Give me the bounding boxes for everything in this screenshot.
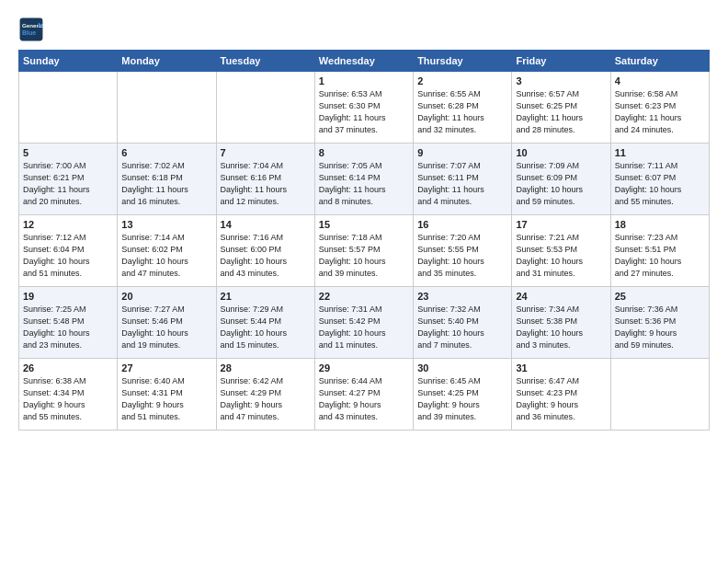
header: General Blue (18, 17, 710, 42)
day-header-sunday: Sunday (19, 51, 118, 72)
logo-icon: General Blue (18, 17, 44, 42)
cell-content: Sunrise: 7:25 AM Sunset: 5:48 PM Dayligh… (23, 304, 113, 351)
day-number: 22 (319, 291, 409, 302)
day-header-friday: Friday (512, 51, 610, 72)
week-row-0: 1Sunrise: 6:53 AM Sunset: 6:30 PM Daylig… (19, 72, 710, 144)
day-number: 7 (221, 147, 311, 158)
day-number: 26 (23, 362, 113, 373)
day-number: 20 (121, 291, 211, 302)
day-number: 2 (417, 75, 507, 86)
calendar-cell: 20Sunrise: 7:27 AM Sunset: 5:46 PM Dayli… (118, 287, 216, 359)
cell-content: Sunrise: 7:31 AM Sunset: 5:42 PM Dayligh… (319, 304, 409, 351)
calendar-cell (118, 72, 216, 144)
calendar-cell: 13Sunrise: 7:14 AM Sunset: 6:02 PM Dayli… (118, 215, 216, 287)
calendar-cell: 5Sunrise: 7:00 AM Sunset: 6:21 PM Daylig… (19, 144, 118, 215)
day-number: 16 (417, 219, 507, 230)
cell-content: Sunrise: 7:18 AM Sunset: 5:57 PM Dayligh… (319, 232, 409, 280)
day-number: 19 (23, 291, 113, 302)
day-header-wednesday: Wednesday (314, 51, 413, 72)
cell-content: Sunrise: 6:55 AM Sunset: 6:28 PM Dayligh… (417, 88, 507, 136)
logo: General Blue (18, 17, 48, 42)
day-number: 1 (319, 75, 409, 86)
cell-content: Sunrise: 7:21 AM Sunset: 5:53 PM Dayligh… (516, 232, 606, 280)
day-number: 21 (221, 291, 311, 302)
calendar-cell (216, 72, 314, 144)
day-number: 29 (319, 362, 409, 373)
day-number: 28 (221, 362, 311, 373)
week-row-3: 19Sunrise: 7:25 AM Sunset: 5:48 PM Dayli… (19, 287, 710, 359)
calendar-cell: 28Sunrise: 6:42 AM Sunset: 4:29 PM Dayli… (216, 359, 314, 431)
cell-content: Sunrise: 7:07 AM Sunset: 6:11 PM Dayligh… (417, 160, 507, 208)
cell-content: Sunrise: 6:53 AM Sunset: 6:30 PM Dayligh… (319, 88, 409, 136)
cell-content: Sunrise: 7:27 AM Sunset: 5:46 PM Dayligh… (121, 304, 211, 351)
calendar-cell: 24Sunrise: 7:34 AM Sunset: 5:38 PM Dayli… (512, 287, 610, 359)
calendar-cell: 17Sunrise: 7:21 AM Sunset: 5:53 PM Dayli… (512, 215, 610, 287)
calendar-cell: 21Sunrise: 7:29 AM Sunset: 5:44 PM Dayli… (216, 287, 314, 359)
svg-text:Blue: Blue (22, 29, 36, 36)
cell-content: Sunrise: 7:12 AM Sunset: 6:04 PM Dayligh… (23, 232, 113, 280)
day-number: 18 (615, 219, 705, 230)
cell-content: Sunrise: 6:45 AM Sunset: 4:25 PM Dayligh… (417, 375, 507, 423)
calendar-cell (610, 359, 709, 431)
calendar-cell: 25Sunrise: 7:36 AM Sunset: 5:36 PM Dayli… (610, 287, 709, 359)
calendar-cell: 10Sunrise: 7:09 AM Sunset: 6:09 PM Dayli… (512, 144, 610, 215)
cell-content: Sunrise: 7:04 AM Sunset: 6:16 PM Dayligh… (221, 160, 311, 208)
day-header-thursday: Thursday (414, 51, 512, 72)
day-header-saturday: Saturday (610, 51, 709, 72)
calendar-cell: 19Sunrise: 7:25 AM Sunset: 5:48 PM Dayli… (19, 287, 118, 359)
calendar-cell: 9Sunrise: 7:07 AM Sunset: 6:11 PM Daylig… (414, 144, 512, 215)
calendar-cell: 2Sunrise: 6:55 AM Sunset: 6:28 PM Daylig… (414, 72, 512, 144)
calendar-cell: 11Sunrise: 7:11 AM Sunset: 6:07 PM Dayli… (610, 144, 709, 215)
cell-content: Sunrise: 6:40 AM Sunset: 4:31 PM Dayligh… (121, 375, 211, 423)
calendar-cell: 12Sunrise: 7:12 AM Sunset: 6:04 PM Dayli… (19, 215, 118, 287)
calendar-cell: 18Sunrise: 7:23 AM Sunset: 5:51 PM Dayli… (610, 215, 709, 287)
day-number: 17 (516, 219, 606, 230)
week-row-4: 26Sunrise: 6:38 AM Sunset: 4:34 PM Dayli… (19, 359, 710, 431)
cell-content: Sunrise: 7:00 AM Sunset: 6:21 PM Dayligh… (23, 160, 113, 208)
calendar-cell: 27Sunrise: 6:40 AM Sunset: 4:31 PM Dayli… (118, 359, 216, 431)
cell-content: Sunrise: 6:38 AM Sunset: 4:34 PM Dayligh… (23, 375, 113, 423)
cell-content: Sunrise: 7:29 AM Sunset: 5:44 PM Dayligh… (221, 304, 311, 351)
day-number: 25 (615, 291, 705, 302)
day-number: 9 (417, 147, 507, 158)
cell-content: Sunrise: 7:05 AM Sunset: 6:14 PM Dayligh… (319, 160, 409, 208)
week-row-2: 12Sunrise: 7:12 AM Sunset: 6:04 PM Dayli… (19, 215, 710, 287)
cell-content: Sunrise: 7:14 AM Sunset: 6:02 PM Dayligh… (121, 232, 211, 280)
day-number: 31 (516, 362, 606, 373)
day-number: 27 (121, 362, 211, 373)
cell-content: Sunrise: 7:23 AM Sunset: 5:51 PM Dayligh… (615, 232, 705, 280)
cell-content: Sunrise: 6:44 AM Sunset: 4:27 PM Dayligh… (319, 375, 409, 423)
calendar-cell (19, 72, 118, 144)
day-number: 14 (221, 219, 311, 230)
header-row: SundayMondayTuesdayWednesdayThursdayFrid… (19, 51, 710, 72)
day-number: 12 (23, 219, 113, 230)
calendar-cell: 1Sunrise: 6:53 AM Sunset: 6:30 PM Daylig… (314, 72, 413, 144)
day-number: 13 (121, 219, 211, 230)
cell-content: Sunrise: 7:36 AM Sunset: 5:36 PM Dayligh… (615, 304, 705, 351)
day-number: 6 (121, 147, 211, 158)
day-number: 5 (23, 147, 113, 158)
day-number: 8 (319, 147, 409, 158)
calendar-cell: 14Sunrise: 7:16 AM Sunset: 6:00 PM Dayli… (216, 215, 314, 287)
cell-content: Sunrise: 6:47 AM Sunset: 4:23 PM Dayligh… (516, 375, 606, 423)
cell-content: Sunrise: 7:16 AM Sunset: 6:00 PM Dayligh… (221, 232, 311, 280)
cell-content: Sunrise: 6:42 AM Sunset: 4:29 PM Dayligh… (221, 375, 311, 423)
calendar-cell: 23Sunrise: 7:32 AM Sunset: 5:40 PM Dayli… (414, 287, 512, 359)
calendar-cell: 31Sunrise: 6:47 AM Sunset: 4:23 PM Dayli… (512, 359, 610, 431)
calendar-cell: 4Sunrise: 6:58 AM Sunset: 6:23 PM Daylig… (610, 72, 709, 144)
calendar-cell: 26Sunrise: 6:38 AM Sunset: 4:34 PM Dayli… (19, 359, 118, 431)
cell-content: Sunrise: 7:32 AM Sunset: 5:40 PM Dayligh… (417, 304, 507, 351)
day-number: 3 (516, 75, 606, 86)
page: General Blue SundayMondayTuesdayWednesda… (0, 0, 728, 563)
calendar-table: SundayMondayTuesdayWednesdayThursdayFrid… (18, 50, 710, 431)
day-header-tuesday: Tuesday (216, 51, 314, 72)
cell-content: Sunrise: 7:09 AM Sunset: 6:09 PM Dayligh… (516, 160, 606, 208)
day-number: 10 (516, 147, 606, 158)
cell-content: Sunrise: 6:58 AM Sunset: 6:23 PM Dayligh… (615, 88, 705, 136)
week-row-1: 5Sunrise: 7:00 AM Sunset: 6:21 PM Daylig… (19, 144, 710, 215)
calendar-cell: 15Sunrise: 7:18 AM Sunset: 5:57 PM Dayli… (314, 215, 413, 287)
day-number: 15 (319, 219, 409, 230)
cell-content: Sunrise: 7:02 AM Sunset: 6:18 PM Dayligh… (121, 160, 211, 208)
calendar-cell: 29Sunrise: 6:44 AM Sunset: 4:27 PM Dayli… (314, 359, 413, 431)
cell-content: Sunrise: 7:34 AM Sunset: 5:38 PM Dayligh… (516, 304, 606, 351)
